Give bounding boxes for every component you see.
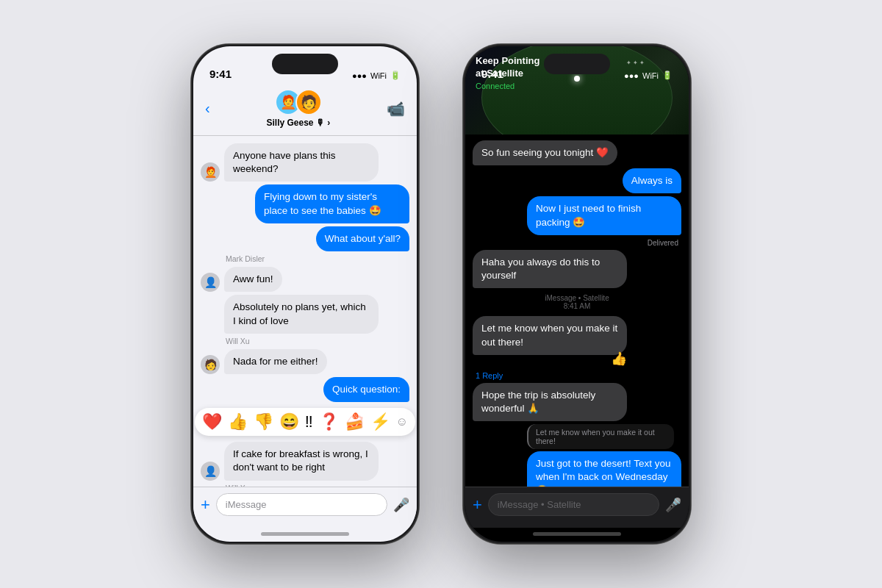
avatar: 👤 (201, 462, 220, 481)
table-row: 🧑 Nada for me either! (201, 349, 409, 374)
tapback-haha[interactable]: 😄 (279, 412, 299, 431)
message-bubble: Anyone have plans this weekend? (224, 143, 379, 182)
mic-button-2[interactable]: 🎤 (665, 497, 681, 513)
table-row: Quick question: (201, 377, 409, 402)
message-bubble: Always is (623, 168, 681, 193)
sender-label: Will Xu (226, 337, 409, 345)
table-row: 🧑‍🦰 Anyone have plans this weekend? (201, 143, 409, 182)
avatar: 👤 (201, 273, 220, 292)
battery-icon: 🔋 (390, 71, 401, 80)
message-bubble: Haha you always do this to yourself (473, 250, 627, 288)
table-row: Haha you always do this to yourself (473, 250, 681, 288)
input-bar-2: + iMessage • Satellite 🎤 (465, 487, 689, 528)
avatar: 🧑 (201, 355, 220, 374)
table-row: What about y'all? (201, 226, 409, 251)
messages-area-2[interactable]: So fun seeing you tonight ❤️ Always is N… (465, 135, 689, 487)
wifi-icon-2: WiFi (642, 71, 659, 80)
message-bubble: Aww fun! (224, 267, 282, 292)
tapback-panel[interactable]: ❤️ 👍 👎 😄 ‼️ ❓ 🍰 ⚡ ☺ (195, 408, 415, 436)
home-indicator-2 (533, 532, 621, 536)
signal-icon: ●●● (352, 71, 367, 80)
message-input-2[interactable]: iMessage • Satellite (488, 493, 659, 516)
message-bubble: If cake for breakfast is wrong, I don't … (224, 442, 379, 480)
phone-2: 9:41 ●●● WiFi 🔋 Keep Pointingat Satellit… (463, 44, 691, 544)
dynamic-island (272, 54, 338, 74)
status-time-2: 9:41 (481, 68, 503, 80)
group-name: Silly Geese 🎙 › (266, 118, 330, 128)
avatar-2: 🧑 (295, 89, 322, 115)
delivered-status: Delivered (473, 239, 678, 247)
message-bubble: Quick question: (323, 377, 409, 402)
wifi-icon: WiFi (370, 71, 387, 80)
video-call-button[interactable]: 📹 (387, 100, 405, 118)
tapback-add-button[interactable]: ☺ (396, 415, 408, 429)
table-row: Let me know when you make it out there! … (473, 424, 681, 487)
message-bubble: So fun seeing you tonight ❤️ (473, 140, 617, 165)
status-bar-2: 9:41 ●●● WiFi 🔋 (465, 46, 689, 85)
sender-label: Mark Disler (226, 254, 409, 263)
bubble-container: Let me know when you make it out there! … (527, 424, 681, 487)
back-button[interactable]: ‹ (205, 100, 210, 117)
avatar: 🧑‍🦰 (201, 162, 220, 182)
status-icons-2: ●●● WiFi 🔋 (624, 71, 673, 80)
status-icons-1: ●●● WiFi 🔋 (352, 71, 401, 80)
table-row: 👤 Aww fun! (201, 267, 409, 292)
phone-1: 9:41 ●●● WiFi 🔋 ‹ 🧑‍🦰 🧑 Silly Geese 🎙 › (191, 44, 419, 544)
status-time-1: 9:41 (209, 68, 232, 80)
attach-button[interactable]: + (201, 495, 210, 514)
table-row: Absolutely no plans yet, which I kind of… (201, 295, 409, 333)
message-bubble: Flying down to my sister's place to see … (255, 184, 409, 223)
table-row: Let me know when you make it out there! … (473, 316, 681, 366)
group-avatars: 🧑‍🦰 🧑 (275, 89, 322, 115)
bubble-container: Let me know when you make it out there! … (473, 316, 627, 366)
tapback-question[interactable]: ❓ (319, 412, 339, 431)
group-info[interactable]: 🧑‍🦰 🧑 Silly Geese 🎙 › (266, 89, 330, 128)
tapback-cake[interactable]: 🍰 (345, 412, 365, 431)
input-bar-1: + iMessage 🎤 (193, 487, 417, 528)
satellite-time-label: iMessage • Satellite8:41 AM (473, 294, 681, 310)
reply-count[interactable]: 1 Reply (476, 371, 681, 380)
message-bubble: Absolutely no plans yet, which I kind of… (224, 295, 379, 333)
message-input[interactable]: iMessage (216, 493, 387, 516)
table-row: Hope the trip is absolutely wonderful 🙏 (473, 383, 681, 421)
table-row: 👤 If cake for breakfast is wrong, I don'… (201, 442, 409, 480)
tapback-bolt[interactable]: ⚡ (370, 412, 390, 431)
attach-button-2[interactable]: + (473, 495, 482, 514)
tapback-exclaim[interactable]: ‼️ (305, 412, 313, 431)
message-bubble: Let me know when you make it out there! (473, 316, 627, 354)
replied-message: Let me know when you make it out there! (527, 424, 674, 449)
message-bubble: Nada for me either! (224, 349, 327, 374)
message-bubble: Now I just need to finish packing 🤩 (527, 196, 681, 234)
table-row: So fun seeing you tonight ❤️ (473, 140, 681, 165)
tapback-heart[interactable]: ❤️ (202, 412, 222, 431)
home-indicator (261, 532, 349, 536)
tapback-thumbsdown[interactable]: 👎 (254, 412, 273, 431)
tapback-thumbsup[interactable]: 👍 (228, 412, 248, 431)
nav-header-1: ‹ 🧑‍🦰 🧑 Silly Geese 🎙 › 📹 (193, 85, 417, 136)
signal-icon-2: ●●● (624, 71, 639, 80)
message-bubble: Just got to the desert! Text you when I'… (527, 451, 681, 487)
table-row: Now I just need to finish packing 🤩 (473, 196, 681, 234)
battery-icon-2: 🔋 (662, 71, 673, 80)
message-bubble: What about y'all? (316, 226, 409, 251)
table-row: Always is (473, 168, 681, 193)
table-row: Flying down to my sister's place to see … (201, 184, 409, 223)
mic-button[interactable]: 🎤 (393, 497, 409, 513)
phones-container: 9:41 ●●● WiFi 🔋 ‹ 🧑‍🦰 🧑 Silly Geese 🎙 › (191, 44, 691, 544)
message-bubble: Hope the trip is absolutely wonderful 🙏 (473, 383, 627, 421)
messages-area-1[interactable]: 🧑‍🦰 Anyone have plans this weekend? Flyi… (193, 136, 417, 487)
